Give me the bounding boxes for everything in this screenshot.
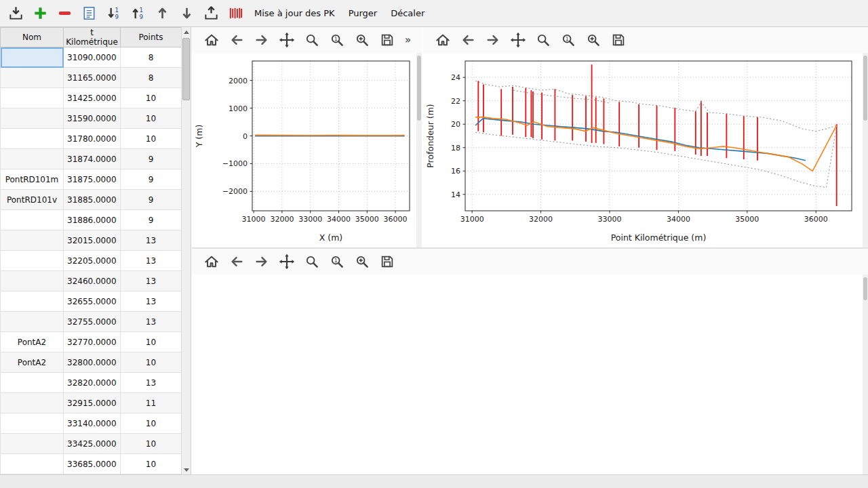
cell-pk[interactable]: 33140.0000 — [64, 413, 121, 434]
cell-points[interactable]: 10 — [121, 108, 182, 129]
shift-button[interactable]: Décaler — [384, 5, 431, 22]
export-button[interactable] — [199, 3, 222, 24]
cell-pk[interactable]: 32015.0000 — [64, 230, 121, 251]
zoom-button[interactable] — [533, 30, 553, 50]
cell-points[interactable]: 13 — [121, 251, 182, 271]
zoom-rect-button[interactable] — [352, 251, 372, 272]
home-button[interactable] — [201, 251, 222, 272]
cell-pk[interactable]: 31090.0000 — [64, 47, 121, 68]
save-button[interactable] — [608, 30, 629, 50]
forward-button[interactable] — [252, 30, 272, 50]
move-up-button[interactable] — [151, 3, 174, 24]
zoom-button[interactable] — [302, 251, 322, 272]
cell-nom[interactable]: PontA2 — [1, 332, 64, 352]
purge-button[interactable]: Purger — [342, 5, 384, 22]
profile-plot-scrollbar-thumb[interactable] — [863, 56, 867, 121]
cell-pk[interactable]: 32820.0000 — [64, 373, 121, 393]
cell-nom[interactable] — [1, 149, 64, 169]
cell-pk[interactable]: 31780.0000 — [64, 129, 121, 149]
table-row[interactable]: 31780.000010 — [1, 129, 182, 149]
sort-ascending-button[interactable]: 19 — [126, 3, 149, 24]
sort-descending-button[interactable]: 19 — [102, 3, 125, 24]
update-pk-button[interactable]: Mise à jour des PK — [248, 5, 341, 22]
table-row[interactable]: 31590.000010 — [1, 108, 182, 129]
home-button[interactable] — [201, 30, 222, 50]
zoom-button[interactable] — [302, 30, 322, 50]
save-button[interactable] — [377, 251, 397, 272]
cell-nom[interactable] — [1, 291, 64, 312]
cell-points[interactable]: 9 — [121, 190, 182, 210]
cell-points[interactable]: 9 — [121, 149, 182, 169]
zoom-original-button[interactable]: 1 — [327, 251, 347, 272]
table-row[interactable]: 32820.000013 — [1, 373, 182, 393]
forward-button[interactable] — [252, 251, 272, 272]
table-scrollbar[interactable] — [181, 27, 191, 474]
scroll-down-button[interactable] — [182, 465, 191, 474]
cell-pk[interactable]: 31875.0000 — [64, 169, 121, 190]
cell-points[interactable]: 13 — [121, 312, 182, 332]
cell-points[interactable]: 9 — [121, 210, 182, 230]
pan-button[interactable] — [277, 30, 297, 50]
pan-button[interactable] — [508, 30, 528, 50]
cell-nom[interactable] — [1, 312, 64, 332]
cell-nom[interactable] — [1, 210, 64, 230]
zoom-original-button[interactable]: 1 — [558, 30, 578, 50]
cell-nom[interactable] — [1, 393, 64, 413]
cell-pk[interactable]: 32800.0000 — [64, 352, 121, 373]
cell-points[interactable]: 13 — [121, 230, 182, 251]
cell-points[interactable]: 10 — [121, 88, 182, 108]
cell-nom[interactable] — [1, 129, 64, 149]
zoom-original-button[interactable]: 1 — [327, 30, 347, 50]
remove-button[interactable] — [53, 3, 76, 24]
table-row[interactable]: 32915.000011 — [1, 393, 182, 413]
cell-pk[interactable]: 32460.0000 — [64, 271, 121, 291]
cell-nom[interactable]: PontRD101m — [1, 169, 64, 190]
add-button[interactable] — [28, 3, 52, 24]
home-button[interactable] — [433, 30, 453, 50]
cell-nom[interactable] — [1, 373, 64, 393]
save-button[interactable] — [377, 30, 397, 50]
table-row[interactable]: 31090.00008 — [1, 47, 182, 68]
cell-pk[interactable]: 32915.0000 — [64, 393, 121, 413]
column-header-nom[interactable]: Nom — [1, 28, 64, 47]
cell-points[interactable]: 9 — [121, 169, 182, 190]
forward-button[interactable] — [483, 30, 503, 50]
table-row[interactable]: PontA232770.000010 — [1, 332, 182, 352]
table-row[interactable]: 32015.000013 — [1, 230, 182, 251]
cell-points[interactable]: 10 — [121, 352, 182, 373]
scroll-up-button[interactable] — [182, 27, 191, 37]
bottom-plot-scrollbar-thumb[interactable] — [863, 277, 867, 300]
cell-nom[interactable]: PontRD101v — [1, 190, 64, 210]
profile-plot-scrollbar[interactable] — [863, 53, 868, 247]
cell-pk[interactable]: 33685.0000 — [64, 454, 121, 474]
cell-points[interactable]: 10 — [121, 454, 182, 474]
cell-nom[interactable] — [1, 454, 64, 474]
cell-pk[interactable]: 31425.0000 — [64, 88, 121, 108]
cell-pk[interactable]: 32655.0000 — [64, 291, 121, 312]
zoom-rect-button[interactable] — [583, 30, 604, 50]
cell-pk[interactable]: 31874.0000 — [64, 149, 121, 169]
cell-nom[interactable] — [1, 88, 64, 108]
cell-points[interactable]: 13 — [121, 373, 182, 393]
table-row[interactable]: 31425.000010 — [1, 88, 182, 108]
table-row[interactable]: 32755.000013 — [1, 312, 182, 332]
column-header-points[interactable]: Points — [121, 28, 182, 47]
cell-nom[interactable] — [1, 230, 64, 251]
profiles-button[interactable] — [224, 3, 247, 24]
pan-button[interactable] — [277, 251, 297, 272]
cell-points[interactable]: 8 — [121, 68, 182, 88]
xy-plot-scrollbar[interactable] — [416, 53, 422, 247]
xy-plot-canvas[interactable]: 310003200033000340003500036000−2000−1000… — [192, 53, 416, 246]
table-row[interactable]: 31165.00008 — [1, 68, 182, 88]
cell-nom[interactable] — [1, 271, 64, 291]
cell-pk[interactable]: 31590.0000 — [64, 108, 121, 129]
column-header-pk[interactable]: t Kilométrique — [64, 28, 121, 47]
table-row[interactable]: 32205.000013 — [1, 251, 182, 271]
cell-pk[interactable]: 31886.0000 — [64, 210, 121, 230]
cell-pk[interactable]: 31885.0000 — [64, 190, 121, 210]
profile-plot-canvas[interactable]: 3100032000330003400035000360001416182022… — [423, 53, 863, 246]
table-row[interactable]: 33425.000010 — [1, 434, 182, 454]
import-button[interactable] — [4, 3, 27, 24]
move-down-button[interactable] — [175, 3, 198, 24]
cell-points[interactable]: 10 — [121, 413, 182, 434]
